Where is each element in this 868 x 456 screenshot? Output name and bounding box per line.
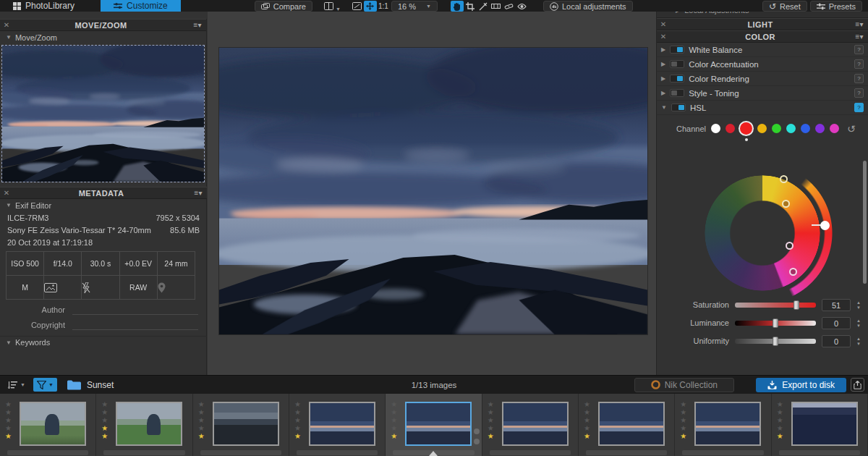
hand-tool-button[interactable]: [451, 1, 464, 12]
star-icon[interactable]: ★: [101, 424, 108, 432]
star-icon[interactable]: ★: [488, 400, 494, 408]
move-tool-button[interactable]: [364, 1, 377, 12]
adjustment-row-hsl[interactable]: ▼ HSL ?: [657, 101, 868, 115]
filmstrip-thumbnail-cell[interactable]: ★★★★★: [0, 394, 96, 456]
star-icon[interactable]: ★: [584, 408, 590, 416]
wheel-handle-upper-inner[interactable]: [782, 200, 790, 208]
thumbnail-image[interactable]: [694, 402, 761, 446]
thumbnail-image[interactable]: [502, 402, 569, 446]
slider-handle[interactable]: [793, 300, 799, 310]
tab-customize[interactable]: Customize: [101, 0, 181, 12]
color-close-icon[interactable]: ✕: [657, 33, 670, 41]
keywords-section[interactable]: ▼ Keywords: [0, 336, 207, 348]
slider-stepper[interactable]: ▲▼: [856, 337, 861, 346]
adjustment-toggle[interactable]: [670, 60, 684, 68]
sort-button[interactable]: ▼: [4, 378, 29, 392]
star-icon[interactable]: ★: [294, 416, 301, 424]
star-icon[interactable]: ★: [391, 400, 397, 408]
image-canvas[interactable]: [208, 12, 656, 375]
star-rating[interactable]: ★★★★★: [5, 400, 12, 440]
filmstrip-thumbnail-cell[interactable]: ★★★★★: [193, 394, 289, 456]
star-icon[interactable]: ★: [488, 432, 494, 440]
wheel-handle-lower-outer[interactable]: [789, 268, 797, 276]
thumbnail-image[interactable]: [405, 402, 472, 446]
star-icon[interactable]: ★: [777, 432, 783, 440]
adjustment-row-color-rendering[interactable]: ▶ Color Rendering ?: [657, 72, 868, 86]
star-icon[interactable]: ★: [5, 400, 12, 408]
adjustment-preset-icon[interactable]: ?: [854, 88, 864, 98]
filmstrip-thumbnail-cell[interactable]: ★★★★★: [675, 394, 771, 456]
channel-dot-cyan[interactable]: [786, 124, 796, 133]
tab-photolibrary[interactable]: PhotoLibrary: [0, 0, 88, 12]
star-icon[interactable]: ★: [198, 408, 205, 416]
one-to-one-button[interactable]: 1:1: [377, 1, 390, 12]
adjustment-toggle[interactable]: [671, 104, 686, 111]
wheel-handle-hue[interactable]: [820, 221, 830, 230]
adjustment-preset-icon[interactable]: ?: [854, 103, 864, 112]
split-view-button[interactable]: [323, 1, 336, 12]
move-zoom-close-icon[interactable]: ✕: [0, 21, 13, 29]
star-icon[interactable]: ★: [101, 416, 108, 424]
filter-button[interactable]: ▼: [33, 378, 57, 392]
thumbnail-image[interactable]: [213, 402, 279, 446]
star-icon[interactable]: ★: [198, 424, 205, 432]
adjustment-row-white-balance[interactable]: ▶ White Balance ?: [657, 43, 868, 57]
copyright-input[interactable]: [72, 320, 198, 330]
channel-dot-all[interactable]: [711, 124, 720, 133]
star-icon[interactable]: ★: [5, 432, 12, 440]
metadata-menu-icon[interactable]: ≡▾: [190, 189, 207, 197]
filmstrip-thumbnail-cell[interactable]: ★★★★★: [772, 394, 868, 456]
star-icon[interactable]: ★: [680, 424, 686, 432]
star-icon[interactable]: ★: [391, 408, 397, 416]
star-icon[interactable]: ★: [680, 416, 686, 424]
nik-collection-button[interactable]: Nik Collection: [634, 378, 734, 392]
star-rating[interactable]: ★★★★★: [584, 400, 590, 440]
channel-dot-purple[interactable]: [815, 124, 825, 133]
star-icon[interactable]: ★: [391, 432, 397, 440]
slider-handle[interactable]: [773, 318, 778, 328]
adjustment-toggle[interactable]: [670, 75, 684, 83]
slider-track[interactable]: [735, 321, 816, 326]
slider-value[interactable]: 51: [822, 299, 851, 311]
slider-track[interactable]: [735, 339, 816, 344]
thumbnail-image[interactable]: [20, 402, 86, 446]
fit-screen-button[interactable]: [351, 1, 364, 12]
star-icon[interactable]: ★: [5, 424, 12, 432]
filmstrip-thumbnail-cell[interactable]: ★★★★★: [289, 394, 386, 456]
horizon-tool-button[interactable]: [490, 1, 503, 12]
channel-dot-red[interactable]: [726, 124, 735, 133]
star-icon[interactable]: ★: [101, 400, 108, 408]
star-icon[interactable]: ★: [198, 432, 205, 440]
star-rating[interactable]: ★★★★★: [488, 400, 494, 440]
star-icon[interactable]: ★: [488, 416, 494, 424]
star-rating[interactable]: ★★★★★: [391, 400, 397, 440]
metadata-close-icon[interactable]: ✕: [0, 189, 13, 197]
star-rating[interactable]: ★★★★★: [777, 400, 783, 440]
reset-button[interactable]: ↺ Reset: [762, 1, 807, 12]
star-icon[interactable]: ★: [101, 408, 108, 416]
move-zoom-section[interactable]: ▼ Move/Zoom: [0, 31, 206, 43]
slider-stepper[interactable]: ▲▼: [856, 300, 861, 310]
filmstrip-thumbnail-cell[interactable]: ★★★★★: [482, 394, 579, 456]
wheel-handle-upper-outer[interactable]: [780, 175, 788, 183]
star-icon[interactable]: ★: [101, 432, 108, 440]
expand-triangle-icon[interactable]: ▶: [661, 46, 665, 53]
star-icon[interactable]: ★: [584, 400, 590, 408]
wheel-handle-lower-inner[interactable]: [786, 242, 793, 250]
thumbnail-image[interactable]: [598, 402, 665, 446]
star-icon[interactable]: ★: [777, 424, 783, 432]
author-input[interactable]: [72, 305, 198, 315]
presets-button[interactable]: Presets: [810, 1, 862, 12]
local-adjustments-clipped-row[interactable]: ▶ Local Adjustments: [657, 12, 868, 18]
star-icon[interactable]: ★: [584, 424, 590, 432]
channel-reset-icon[interactable]: ↺: [847, 123, 856, 135]
main-image[interactable]: [219, 48, 647, 334]
star-icon[interactable]: ★: [680, 432, 686, 440]
star-rating[interactable]: ★★★★★: [680, 400, 686, 440]
filmstrip-thumbnail-cell[interactable]: ★★★★★: [386, 394, 482, 456]
adjustment-row-style-toning[interactable]: ▶ Style - Toning ?: [657, 86, 868, 101]
exif-editor-section[interactable]: ▼ Exif Editor: [0, 199, 207, 211]
local-adjustments-button[interactable]: Local adjustments: [543, 1, 633, 12]
adjustment-toggle[interactable]: [670, 46, 684, 54]
star-icon[interactable]: ★: [488, 408, 494, 416]
